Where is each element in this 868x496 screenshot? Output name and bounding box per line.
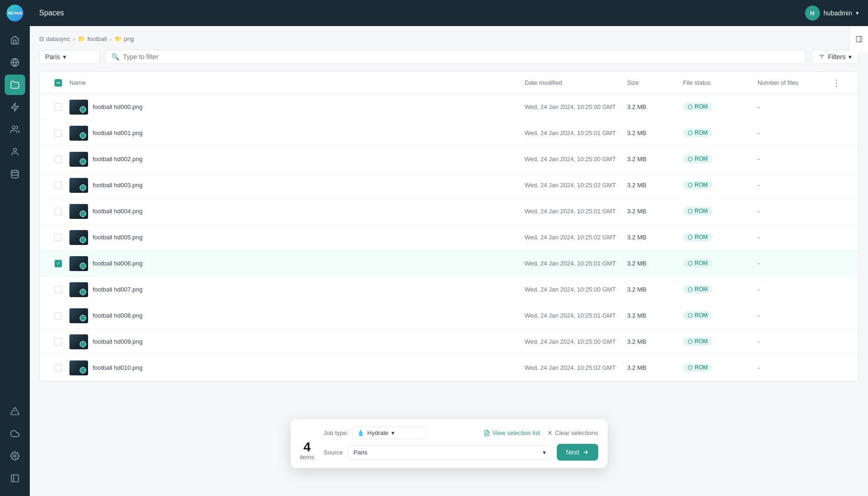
file-thumbnail-5 [69, 230, 88, 245]
app-logo[interactable]: NG·Hub [0, 0, 30, 26]
status-badge-10: ROM [683, 363, 712, 372]
row-checkbox-5[interactable] [47, 234, 69, 241]
checkbox-6[interactable] [55, 260, 62, 267]
sidebar-item-panel[interactable] [5, 468, 25, 489]
svg-point-5 [12, 170, 19, 173]
right-panel-toggle[interactable] [849, 26, 868, 52]
sidebar-item-globe[interactable] [5, 52, 25, 73]
sidebar-item-home[interactable] [5, 30, 25, 50]
chevron-down-icon: ▾ [856, 10, 859, 16]
breadcrumb-item-datasync[interactable]: ⊟ datasync [39, 35, 70, 42]
th-size: Size [627, 79, 683, 86]
avatar: H [805, 6, 820, 20]
row-checkbox-6[interactable] [47, 260, 69, 267]
clear-selections-label: Clear selections [555, 429, 598, 436]
view-selection-button[interactable]: View selection list [484, 429, 540, 436]
sidebar-item-user[interactable] [5, 142, 25, 162]
clear-selections-button[interactable]: ✕ Clear selections [547, 429, 598, 436]
checkbox-8[interactable] [55, 312, 62, 319]
file-cell-4: football hd004.png [69, 204, 525, 219]
next-button[interactable]: Next [557, 444, 598, 461]
file-cell-1: football hd001.png [69, 126, 525, 141]
th-actions: ⋮ [832, 78, 851, 88]
clear-icon: ✕ [547, 429, 553, 436]
page-title: Spaces [39, 9, 64, 17]
file-name-7: football hd007.png [93, 286, 143, 293]
sidebar-item-lightning[interactable] [5, 97, 25, 117]
file-cell-5: football hd005.png [69, 230, 525, 245]
content-area: ⊟ datasync › 📁 football › 📁 png Paris ▾ … [30, 26, 868, 496]
row-checkbox-1[interactable] [47, 129, 69, 137]
source-dropdown[interactable]: Paris ▾ [348, 445, 552, 460]
breadcrumb-separator-1: › [73, 35, 75, 42]
source-label: Source [324, 449, 343, 456]
file-thumbnail-10 [69, 360, 88, 375]
checkbox-2[interactable] [55, 156, 62, 163]
file-name-9: football hd009.png [93, 338, 143, 345]
file-thumb-img-0 [69, 100, 88, 115]
more-icon[interactable]: ⋮ [832, 78, 841, 88]
svg-point-4 [14, 149, 17, 152]
action-links: View selection list ✕ Clear selections [484, 429, 598, 436]
select-all-checkbox[interactable] [47, 79, 69, 87]
job-type-chevron-icon: ▾ [391, 429, 395, 436]
row-checkbox-4[interactable] [47, 208, 69, 215]
checkbox-4[interactable] [55, 208, 62, 215]
date-cell-0: Wed, 24 Jan 2024, 10:25:00 GMT [525, 103, 627, 110]
search-input[interactable] [123, 53, 800, 61]
row-checkbox-9[interactable] [47, 338, 69, 346]
th-status: File status [683, 79, 758, 86]
date-cell-2: Wed, 24 Jan 2024, 10:25:00 GMT [525, 156, 627, 163]
row-checkbox-10[interactable] [47, 364, 69, 372]
file-thumb-img-8 [69, 308, 88, 323]
checkbox-10[interactable] [55, 364, 62, 372]
date-cell-6: Wed, 24 Jan 2024, 10:25:01 GMT [525, 260, 627, 267]
sidebar-item-storage[interactable] [5, 164, 25, 184]
checkbox-7[interactable] [55, 286, 62, 293]
source-value: Paris [354, 449, 368, 456]
file-cell-0: football hd000.png [69, 100, 525, 115]
action-bar-content: Job type: 💧 Hydrate ▾ View selection lis… [324, 427, 598, 461]
sidebar-item-settings[interactable] [5, 446, 25, 466]
checkbox-3[interactable] [55, 182, 62, 189]
search-box: 🔍 [105, 50, 806, 64]
checkbox-9[interactable] [55, 338, 62, 346]
rom-icon-5 [688, 235, 693, 240]
table-row: football hd009.png Wed, 24 Jan 2024, 10:… [40, 329, 858, 355]
status-cell-4: ROM [683, 207, 758, 216]
status-badge-3: ROM [683, 181, 712, 189]
date-cell-8: Wed, 24 Jan 2024, 10:25:01 GMT [525, 312, 627, 319]
view-selection-label: View selection list [492, 429, 540, 436]
row-checkbox-2[interactable] [47, 156, 69, 163]
file-thumb-img-6 [69, 256, 88, 271]
file-cell-7: football hd007.png [69, 282, 525, 297]
date-cell-9: Wed, 24 Jan 2024, 10:25:00 GMT [525, 338, 627, 345]
indeterminate-checkbox[interactable] [55, 79, 62, 87]
sidebar-item-team[interactable] [5, 119, 25, 140]
size-cell-1: 3.2 MB [627, 129, 683, 136]
location-dropdown[interactable]: Paris ▾ [39, 50, 100, 64]
status-badge-0: ROM [683, 102, 712, 111]
user-menu[interactable]: H hubadmin ▾ [805, 6, 859, 20]
rom-icon-6 [688, 261, 693, 266]
job-type-dropdown[interactable]: 💧 Hydrate ▾ [352, 427, 426, 439]
sidebar-item-spaces[interactable] [5, 75, 25, 95]
source-row: Source Paris ▾ Next [324, 444, 598, 461]
checkbox-5[interactable] [55, 234, 62, 241]
breadcrumb-item-png[interactable]: 📁 png [115, 35, 134, 42]
file-name-8: football hd008.png [93, 312, 143, 319]
folder-icon-2: 📁 [115, 35, 122, 42]
sidebar-item-alert[interactable] [5, 401, 25, 421]
file-thumb-img-4 [69, 204, 88, 219]
rom-icon-10 [688, 365, 693, 370]
row-checkbox-7[interactable] [47, 286, 69, 293]
row-checkbox-8[interactable] [47, 312, 69, 319]
file-name-3: football hd003.png [93, 182, 143, 189]
checkbox-1[interactable] [55, 129, 62, 137]
checkbox-0[interactable] [55, 103, 62, 111]
breadcrumb-item-football[interactable]: 📁 football [78, 35, 107, 42]
table-row: football hd003.png Wed, 24 Jan 2024, 10:… [40, 172, 858, 198]
row-checkbox-3[interactable] [47, 182, 69, 189]
sidebar-item-cloud[interactable] [5, 423, 25, 444]
row-checkbox-0[interactable] [47, 103, 69, 111]
